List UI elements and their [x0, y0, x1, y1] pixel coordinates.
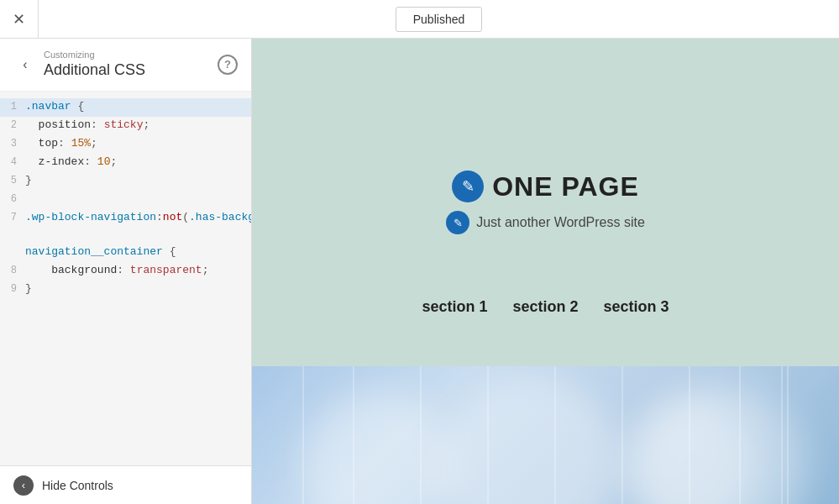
published-button[interactable]: Published: [396, 7, 483, 32]
line-number: 9: [0, 281, 25, 297]
code-line: 6: [0, 191, 251, 209]
site-title-row: ✎ ONE PAGE: [452, 171, 639, 202]
nav-item-section1[interactable]: section 1: [422, 298, 487, 316]
site-navigation: section 1 section 2 section 3: [422, 298, 669, 316]
code-line: 2 position: sticky;: [0, 117, 251, 135]
edit-tagline-icon[interactable]: ✎: [446, 211, 469, 234]
close-icon: ✕: [13, 10, 25, 29]
pencil-icon: ✎: [462, 177, 475, 196]
light-streak: [487, 366, 489, 504]
customizing-label: Customizing: [44, 49, 145, 60]
line-content: background: transparent;: [25, 262, 251, 280]
bokeh-circle-2: [437, 375, 621, 504]
sidebar: ‹ Customizing Additional CSS ? 1 .navbar…: [0, 39, 252, 504]
light-streak: [420, 366, 422, 504]
line-content: z-index: 10;: [25, 154, 251, 171]
line-number: 4: [0, 154, 25, 171]
line-content: .wp-block-navigation:not(.has-background…: [25, 209, 251, 244]
light-streak: [353, 366, 354, 504]
light-streak: [787, 366, 789, 504]
line-number: 1: [0, 98, 25, 115]
nav-item-section3[interactable]: section 3: [604, 298, 669, 316]
code-line: 9 }: [0, 281, 251, 299]
bokeh-circle-4: [637, 383, 805, 504]
line-content: [25, 191, 251, 208]
site-title: ONE PAGE: [492, 171, 639, 202]
hide-controls-label: Hide Controls: [42, 479, 113, 492]
arrow-left-icon: ‹: [22, 479, 25, 491]
line-content: }: [25, 172, 251, 190]
light-streak: [781, 366, 783, 504]
top-bar: ✕ Published: [0, 0, 839, 39]
line-number: 8: [0, 262, 25, 279]
line-number: 2: [0, 117, 25, 134]
code-line: 4 z-index: 10;: [0, 154, 251, 172]
code-line: navigation__container {: [0, 244, 251, 262]
preview-area: ✎ ONE PAGE ✎ Just another WordPress site…: [252, 39, 839, 504]
additional-css-title: Additional CSS: [44, 60, 145, 80]
back-button[interactable]: ‹: [13, 53, 37, 76]
light-streak: [621, 366, 623, 504]
code-line: 5 }: [0, 172, 251, 191]
line-number: 6: [0, 191, 25, 207]
code-line: 7 .wp-block-navigation:not(.has-backgrou…: [0, 209, 251, 244]
code-editor[interactable]: 1 .navbar { 2 position: sticky; 3 top: 1…: [0, 92, 251, 465]
tagline-row: ✎ Just another WordPress site: [446, 211, 645, 234]
line-content: navigation__container {: [25, 244, 251, 261]
tagline: Just another WordPress site: [476, 215, 645, 230]
help-button[interactable]: ?: [218, 55, 238, 75]
code-line: 8 background: transparent;: [0, 262, 251, 281]
edit-site-title-icon[interactable]: ✎: [452, 171, 484, 202]
line-number: 3: [0, 135, 25, 152]
line-content: top: 15%;: [25, 135, 251, 153]
sidebar-header-info: Customizing Additional CSS: [44, 49, 145, 81]
preview-hero: ✎ ONE PAGE ✎ Just another WordPress site…: [252, 39, 839, 366]
close-button[interactable]: ✕: [0, 0, 39, 39]
line-content: position: sticky;: [25, 117, 251, 134]
line-number: 5: [0, 172, 25, 189]
light-streak: [689, 366, 690, 504]
line-content: }: [25, 281, 251, 298]
bokeh-circle-1: [302, 391, 454, 504]
line-number: 7: [0, 209, 25, 226]
light-streak: [739, 366, 741, 504]
back-icon: ‹: [23, 57, 27, 72]
code-line: 1 .navbar {: [0, 98, 251, 117]
hide-controls-button[interactable]: ‹ Hide Controls: [0, 465, 251, 504]
preview-bottom: [252, 366, 839, 504]
code-line: 3 top: 15%;: [0, 135, 251, 154]
pencil-small-icon: ✎: [454, 217, 463, 229]
hide-controls-icon: ‹: [13, 475, 34, 496]
main-layout: ‹ Customizing Additional CSS ? 1 .navbar…: [0, 39, 839, 504]
light-streak: [554, 366, 556, 504]
light-streak: [302, 366, 304, 504]
line-number: [0, 244, 25, 244]
line-content: .navbar {: [25, 98, 251, 116]
nav-item-section2[interactable]: section 2: [512, 298, 578, 316]
sidebar-header: ‹ Customizing Additional CSS ?: [0, 39, 251, 92]
sidebar-header-left: ‹ Customizing Additional CSS: [13, 49, 145, 81]
